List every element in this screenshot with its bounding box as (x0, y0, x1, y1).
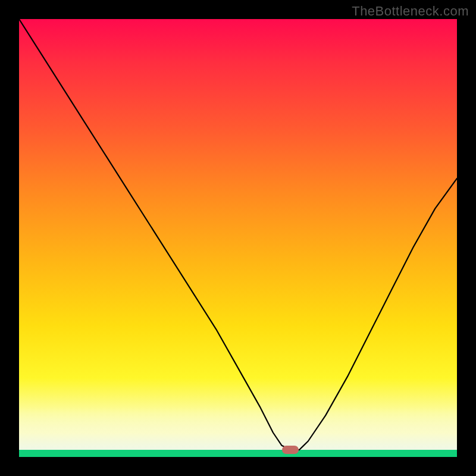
bottleneck-curve (19, 19, 457, 457)
minimum-marker (282, 446, 299, 454)
plot-area (19, 19, 457, 457)
watermark-text: TheBottleneck.com (352, 4, 469, 19)
chart-frame: TheBottleneck.com (0, 0, 476, 476)
